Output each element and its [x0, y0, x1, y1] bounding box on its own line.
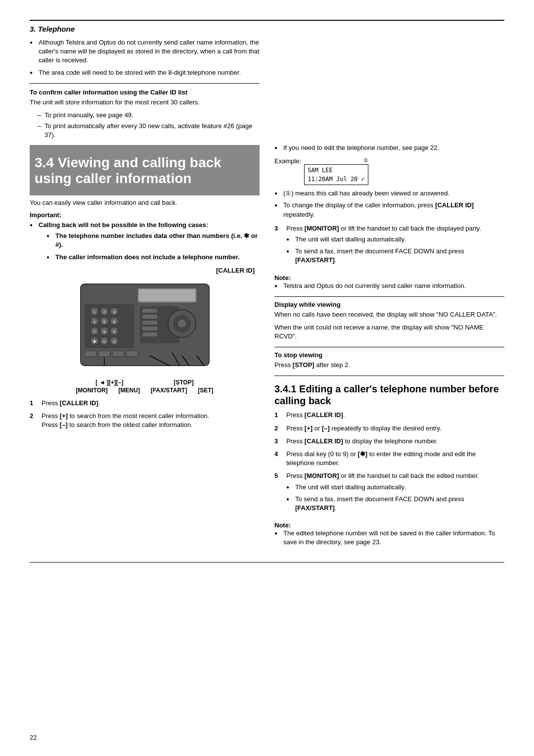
display-while-text2: When the unit could not receive a name, …: [274, 323, 504, 341]
step3-bullets: The unit will start dialling automatical…: [286, 235, 504, 265]
sub-step-4: 4 Press dial key (0 to 9) or [✱] to ente…: [274, 450, 504, 468]
svg-rect-2: [139, 289, 195, 301]
confirm-dash-list: To print manually, see page 49. To print…: [38, 111, 260, 140]
left-column: 3. Telephone Although Telstra and Optus …: [30, 25, 260, 552]
dash-print-manually: To print manually, see page 49.: [38, 111, 260, 120]
label-stop: [STOP]: [174, 379, 193, 386]
svg-text:0: 0: [103, 339, 105, 344]
svg-rect-30: [112, 351, 124, 357]
section-header: 3. Telephone: [30, 25, 260, 33]
device-svg: 1 2 3 4 5 6 7 8 9: [71, 279, 219, 378]
confirm-body: The unit will store information for the …: [30, 98, 260, 107]
dash-print-auto: To print automatically after every 30 ne…: [38, 122, 260, 140]
svg-text:1: 1: [93, 310, 95, 314]
steps-left: 1 Press [CALLER ID]. 2 Press [+] to sear…: [30, 399, 260, 430]
sub-step-content-1: Press [CALLER ID].: [286, 411, 504, 420]
bullet-area-code: The area code will need to be stored wit…: [30, 68, 260, 77]
svg-text:✱: ✱: [92, 339, 96, 344]
sub-note-bullets: The edited telephone number will not be …: [274, 529, 504, 547]
to-stop-heading: To stop viewing: [274, 351, 504, 359]
svg-text:2: 2: [103, 310, 105, 314]
step3-bullet-fax: To send a fax, insert the document FACE …: [286, 247, 504, 265]
label-nav-buttons: [ ◄ ][+][–]: [95, 379, 123, 386]
important-bullet-list: Calling back will not be possible in the…: [30, 221, 260, 262]
page-number: 22: [30, 734, 37, 741]
sub-section-heading: 3.4.1 Editing a caller's telephone numbe…: [274, 383, 504, 407]
dash-telephone-number: The telephone number includes data other…: [46, 232, 260, 249]
svg-text:9: 9: [113, 330, 115, 334]
main-heading: 3.4 Viewing and calling back using calle…: [35, 155, 255, 187]
step-content-2: Press [+] to search from the most recent…: [42, 412, 260, 429]
caller-id-label: [CALLER ID]: [30, 267, 260, 274]
confirm-heading: To confirm caller information using the …: [30, 89, 260, 96]
sub-steps: 1 Press [CALLER ID]. 2 Press [+] or [–] …: [274, 411, 504, 518]
circle-viewed-bullet: (①) means this call has already been vie…: [274, 189, 504, 198]
step-content-1: Press [CALLER ID].: [42, 399, 260, 408]
svg-rect-37: [142, 332, 157, 336]
sub-note-bullet: The edited telephone number will not be …: [274, 529, 504, 547]
label-fax-start: [FAX/START]: [151, 387, 187, 394]
section-rule-3: [274, 347, 504, 347]
sub-step-content-2: Press [+] or [–] repeatedly to display t…: [286, 424, 504, 433]
svg-text:#: #: [113, 339, 115, 344]
right-column: If you need to edit the telephone number…: [274, 25, 504, 552]
top-bullet-list: Although Telstra and Optus do not curren…: [30, 38, 260, 77]
top-rule: [30, 20, 504, 21]
svg-rect-31: [126, 351, 138, 357]
circle-num-label: ①: [304, 157, 368, 164]
change-display-bullet: To change the display of the caller info…: [274, 201, 504, 219]
svg-rect-34: [142, 315, 157, 319]
dash-caller-info: The caller information does not include …: [46, 253, 260, 262]
example-line2: 11:20AM Jul 20 ✓: [308, 175, 365, 184]
example-label: Example:: [274, 157, 301, 165]
sub-step-num-3: 3: [274, 437, 281, 446]
important-label: Important:: [30, 211, 260, 219]
svg-rect-33: [142, 309, 157, 313]
step-num-1: 1: [30, 399, 37, 408]
sub-step-2: 2 Press [+] or [–] repeatedly to display…: [274, 424, 504, 433]
note-bullet: Telstra and Optus do not currently send …: [274, 282, 504, 290]
sub-step-3: 3 Press [CALLER ID] to display the telep…: [274, 437, 504, 446]
sub-step5-bullet-dialling: The unit will start dialling automatical…: [286, 483, 504, 492]
step-num-3: 3: [274, 224, 281, 270]
step-content-3: Press [MONITOR] or lift the handset to c…: [286, 224, 504, 270]
svg-text:3: 3: [113, 310, 115, 314]
sub-step5-bullets: The unit will start dialling automatical…: [286, 483, 504, 513]
intro-text: You can easily view caller information a…: [30, 198, 260, 207]
sub-step-content-5: Press [MONITOR] or lift the handset to c…: [286, 472, 504, 518]
svg-rect-36: [142, 327, 157, 331]
sub-step-content-4: Press dial key (0 to 9) or [✱] to enter …: [286, 450, 504, 468]
svg-text:6: 6: [113, 320, 115, 324]
important-dash-list: The telephone number includes data other…: [46, 232, 260, 262]
svg-text:5: 5: [103, 320, 105, 324]
step-num-2: 2: [30, 412, 37, 429]
display-while-heading: Display while viewing: [274, 301, 504, 308]
example-container: ① SAM LEE 11:20AM Jul 20 ✓: [304, 157, 368, 185]
device-labels-row1: [ ◄ ][+][–] [STOP]: [71, 379, 219, 386]
section-rule-4: [274, 376, 504, 376]
device-labels-row2: [MONITOR] [MENU] [FAX/START] [SET]: [71, 387, 219, 394]
svg-rect-28: [85, 351, 96, 357]
sub-step-num-1: 1: [274, 411, 281, 420]
sub-note-label: Note:: [274, 521, 504, 529]
sub-step-5: 5 Press [MONITOR] or lift the handset to…: [274, 472, 504, 518]
right-top-spacer: [274, 25, 504, 143]
step3-bullet-dialling: The unit will start dialling automatical…: [286, 235, 504, 244]
svg-text:8: 8: [103, 330, 105, 334]
important-bullet: Calling back will not be possible in the…: [30, 221, 260, 262]
sub-step5-bullet-fax: To send a fax, insert the document FACE …: [286, 495, 504, 513]
note-label: Note:: [274, 274, 504, 282]
bottom-rule: [30, 562, 504, 563]
heading-banner: 3.4 Viewing and calling back using calle…: [30, 145, 260, 195]
label-monitor: [MONITOR]: [76, 387, 107, 394]
sub-step-num-5: 5: [274, 472, 281, 518]
svg-rect-29: [98, 351, 110, 357]
device-diagram: 1 2 3 4 5 6 7 8 9: [30, 279, 260, 394]
circle-bullets: (①) means this call has already been vie…: [274, 189, 504, 219]
display-while-text: When no calls have been received, the di…: [274, 310, 504, 319]
edit-number-bullet: If you need to edit the telephone number…: [274, 143, 504, 152]
svg-text:7: 7: [93, 330, 95, 334]
svg-point-40: [178, 320, 186, 328]
main-layout: 3. Telephone Although Telstra and Optus …: [30, 25, 504, 552]
step-2: 2 Press [+] to search from the most rece…: [30, 412, 260, 429]
